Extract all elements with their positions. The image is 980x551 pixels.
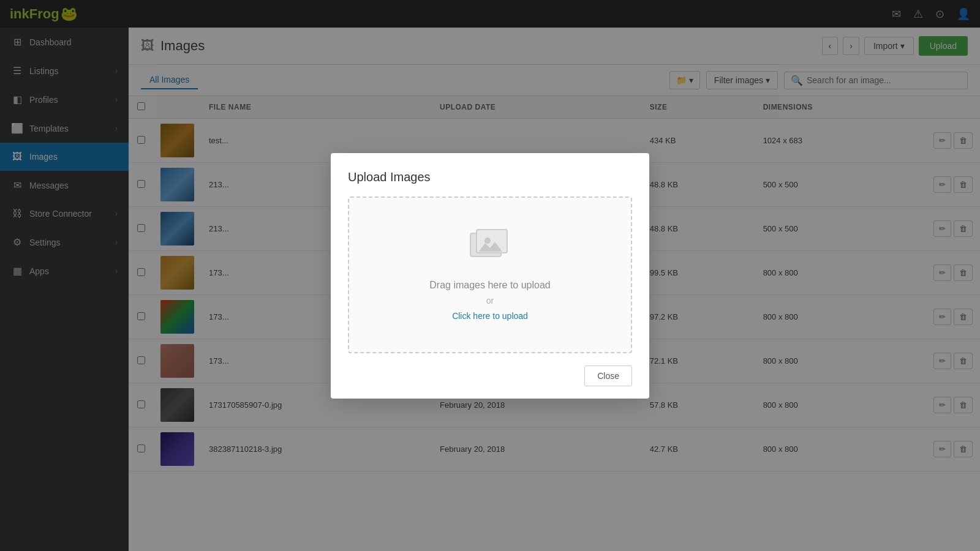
close-button[interactable]: Close bbox=[584, 365, 632, 386]
click-to-upload-link[interactable]: Click here to upload bbox=[452, 311, 528, 321]
drop-zone-text: Drag images here to upload bbox=[361, 280, 619, 291]
drop-zone-or: or bbox=[361, 296, 619, 305]
modal-title: Upload Images bbox=[348, 170, 632, 184]
upload-modal: Upload Images Drag images here to upload… bbox=[331, 153, 649, 399]
drop-zone-icon bbox=[361, 228, 619, 270]
modal-footer: Close bbox=[348, 365, 632, 386]
modal-overlay[interactable]: Upload Images Drag images here to upload… bbox=[0, 0, 980, 551]
drop-zone[interactable]: Drag images here to upload or Click here… bbox=[348, 197, 632, 353]
svg-point-2 bbox=[484, 238, 491, 244]
